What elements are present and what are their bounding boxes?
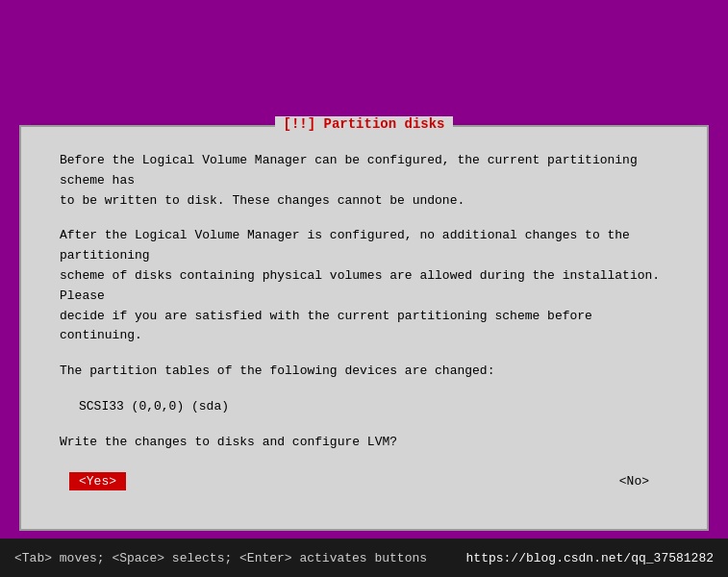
dialog-box: [!!] Partition disks Before the Logical … xyxy=(19,125,709,531)
yes-button[interactable]: <Yes> xyxy=(69,472,126,490)
status-link: https://blog.csdn.net/qq_37581282 xyxy=(466,551,714,565)
paragraph1: Before the Logical Volume Manager can be… xyxy=(60,151,668,211)
dialog-title-row: [!!] Partition disks xyxy=(21,116,707,132)
title-line-left xyxy=(31,123,275,125)
dialog-title: [!!] Partition disks xyxy=(275,116,452,132)
question-text: Write the changes to disks and configure… xyxy=(60,433,668,453)
paragraph2: After the Logical Volume Manager is conf… xyxy=(60,226,668,346)
no-button[interactable]: <No> xyxy=(610,472,659,490)
buttons-row: <Yes> <No> xyxy=(60,472,668,490)
dialog-wrapper: [!!] Partition disks Before the Logical … xyxy=(19,125,709,529)
screen: [!!] Partition disks Before the Logical … xyxy=(0,0,728,577)
paragraph3: The partition tables of the following de… xyxy=(60,362,668,382)
bottom-bar: <Tab> moves; <Space> selects; <Enter> ac… xyxy=(0,539,728,577)
device-item: SCSI33 (0,0,0) (sda) xyxy=(79,397,668,417)
title-line-right xyxy=(453,123,697,125)
status-hint: <Tab> moves; <Space> selects; <Enter> ac… xyxy=(14,551,427,565)
dialog-body: Before the Logical Volume Manager can be… xyxy=(40,141,688,510)
